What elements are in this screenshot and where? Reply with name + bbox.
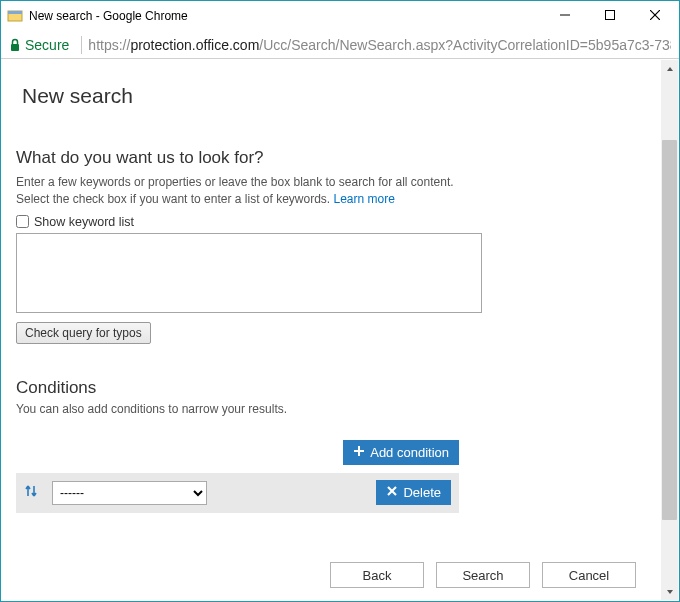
lock-icon xyxy=(9,38,21,52)
page-content: New search What do you want us to look f… xyxy=(2,60,660,600)
window-controls xyxy=(542,1,677,31)
show-keyword-list-label: Show keyword list xyxy=(34,215,134,229)
content-wrapper: New search What do you want us to look f… xyxy=(2,60,678,600)
conditions-help: You can also add conditions to narrow yo… xyxy=(16,402,648,416)
plus-icon xyxy=(353,445,365,460)
page-title: New search xyxy=(22,84,648,108)
maximize-button[interactable] xyxy=(587,1,632,29)
app-icon xyxy=(7,8,23,24)
scroll-thumb[interactable] xyxy=(662,140,677,520)
learn-more-link[interactable]: Learn more xyxy=(334,192,395,206)
reorder-icon[interactable] xyxy=(24,484,42,502)
search-button[interactable]: Search xyxy=(436,562,530,588)
footer-buttons: Back Search Cancel xyxy=(330,562,636,588)
condition-select[interactable]: ------ xyxy=(52,481,207,505)
conditions-title: Conditions xyxy=(16,378,648,398)
show-keyword-list-row[interactable]: Show keyword list xyxy=(16,215,648,229)
window-title: New search - Google Chrome xyxy=(29,9,542,23)
scroll-up-arrow[interactable] xyxy=(661,60,678,77)
delete-condition-button[interactable]: Delete xyxy=(376,480,451,505)
cancel-button[interactable]: Cancel xyxy=(542,562,636,588)
minimize-button[interactable] xyxy=(542,1,587,29)
check-typos-button[interactable]: Check query for typos xyxy=(16,322,151,344)
address-separator xyxy=(81,36,82,54)
scroll-down-arrow[interactable] xyxy=(661,583,678,600)
search-question: What do you want us to look for? xyxy=(16,148,648,168)
query-input[interactable] xyxy=(16,233,482,313)
close-button[interactable] xyxy=(632,1,677,29)
show-keyword-list-checkbox[interactable] xyxy=(16,215,29,228)
condition-row: ------ Delete xyxy=(16,473,459,513)
search-help-text: Enter a few keywords or properties or le… xyxy=(16,174,648,209)
secure-label: Secure xyxy=(25,37,69,53)
browser-window: New search - Google Chrome Secure https:… xyxy=(0,0,680,602)
svg-rect-3 xyxy=(605,11,614,20)
address-bar: Secure https://protection.office.com/Ucc… xyxy=(1,31,679,59)
back-button[interactable]: Back xyxy=(330,562,424,588)
svg-rect-1 xyxy=(8,11,22,14)
delete-icon xyxy=(386,485,398,500)
titlebar: New search - Google Chrome xyxy=(1,1,679,31)
svg-rect-6 xyxy=(11,44,19,51)
url-text[interactable]: https://protection.office.com/Ucc/Search… xyxy=(88,37,671,53)
scrollbar[interactable] xyxy=(661,60,678,600)
add-condition-button[interactable]: Add condition xyxy=(343,440,459,465)
add-condition-row: Add condition xyxy=(16,440,459,465)
